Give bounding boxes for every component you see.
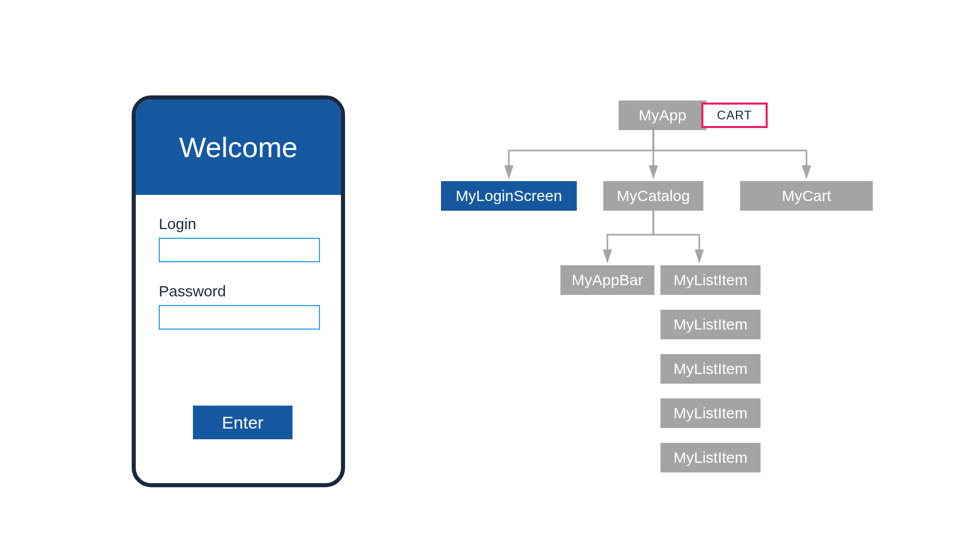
login-label: Login xyxy=(159,215,318,233)
password-input[interactable] xyxy=(159,305,320,330)
tree-node-mylistitem: MyListItem xyxy=(660,265,761,295)
cart-tag: CART xyxy=(701,103,768,128)
tree-node-myloginscreen: MyLoginScreen xyxy=(441,181,577,211)
phone-mockup: Welcome Login Password Enter xyxy=(132,95,345,487)
tree-node-mylistitem: MyListItem xyxy=(660,310,761,339)
tree-node-mylistitem: MyListItem xyxy=(660,354,761,384)
tree-node-mylistitem: MyListItem xyxy=(660,398,761,428)
tree-node-myapp: MyApp xyxy=(619,101,706,130)
tree-node-mycatalog: MyCatalog xyxy=(603,181,703,211)
login-form: Login Password xyxy=(136,195,341,350)
welcome-title: Welcome xyxy=(179,131,298,164)
login-input[interactable] xyxy=(159,238,320,262)
widget-tree-diagram: MyApp CART MyLoginScreen MyCatalog MyCar… xyxy=(434,97,903,490)
tree-node-mycart: MyCart xyxy=(740,181,873,211)
password-label: Password xyxy=(159,283,318,300)
tree-node-myappbar: MyAppBar xyxy=(560,265,654,295)
tree-node-mylistitem: MyListItem xyxy=(660,443,761,472)
phone-app-bar: Welcome xyxy=(136,99,341,195)
enter-button[interactable]: Enter xyxy=(193,406,292,439)
